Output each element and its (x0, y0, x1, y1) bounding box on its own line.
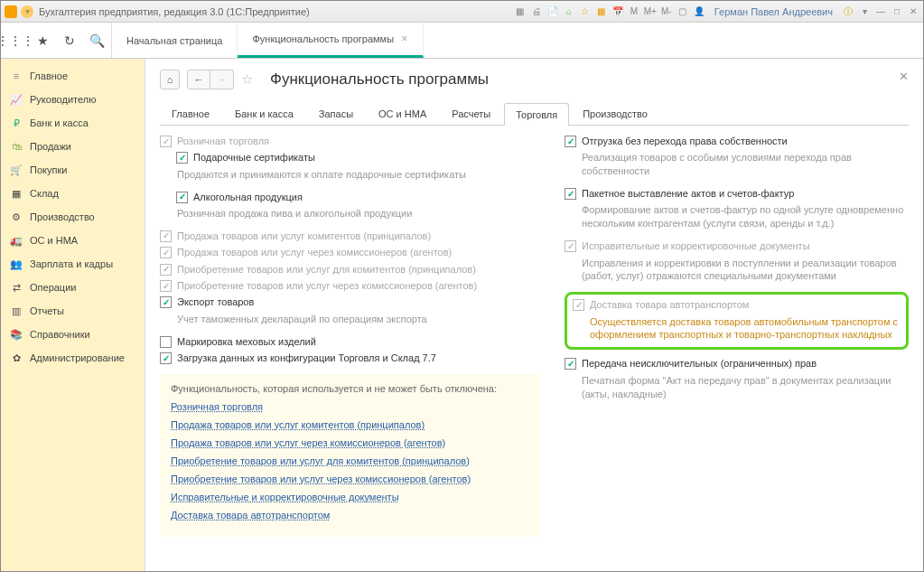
description-text: Учет таможенных деклараций по операциям … (177, 313, 539, 326)
sidebar-icon: 🛒 (10, 164, 23, 176)
checkbox[interactable] (160, 352, 172, 364)
tb-icon[interactable]: ⌂ (563, 5, 575, 18)
sidebar-icon: ≡ (10, 70, 23, 82)
info-icon[interactable]: ⓘ (842, 5, 854, 18)
back-button[interactable]: ← (187, 70, 210, 89)
tb-icon[interactable]: ▦ (514, 5, 527, 18)
content-tab[interactable]: ОС и НМА (367, 102, 438, 125)
checkbox-row[interactable]: Передача неисключительных (ограниченных)… (565, 357, 909, 370)
locked-link[interactable]: Приобретение товаров или услуг через ком… (171, 474, 528, 484)
dropdown-icon[interactable]: ▾ (21, 5, 33, 18)
sidebar-label: Производство (30, 211, 95, 222)
close-page-icon[interactable]: ✕ (899, 70, 909, 83)
tb-icon[interactable]: ▦ (595, 5, 608, 18)
home-button[interactable]: ⌂ (160, 70, 180, 89)
tb-icon[interactable]: ☆ (579, 5, 592, 18)
favorite-star-icon[interactable]: ☆ (241, 71, 257, 88)
content-tab[interactable]: Расчеты (440, 102, 502, 125)
sidebar-item[interactable]: ≡Главное (1, 64, 145, 88)
checkbox-row: Продажа товаров или услуг через комиссио… (160, 246, 539, 259)
tb-icon[interactable]: M- (660, 5, 673, 18)
checkbox[interactable] (565, 136, 576, 147)
checkbox (160, 280, 172, 292)
sidebar-icon: 📈 (10, 93, 23, 106)
content-tab[interactable]: Запасы (307, 102, 365, 125)
sidebar-item[interactable]: ▦Склад (1, 182, 145, 205)
checkbox-row[interactable]: Маркировка меховых изделий (160, 335, 539, 349)
content-tab[interactable]: Производство (571, 102, 659, 125)
locked-link[interactable]: Приобретение товаров или услуг для комит… (171, 455, 528, 466)
maximize-icon[interactable]: □ (891, 5, 903, 18)
tb-icon[interactable]: M+ (644, 5, 657, 18)
highlight-box: Доставка товара автотранспортомОсуществл… (565, 292, 909, 350)
content-tab[interactable]: Банк и касса (223, 102, 305, 125)
tb-icon[interactable]: 📄 (546, 5, 559, 18)
checkbox-label: Приобретение товаров или услуг через ком… (177, 279, 477, 293)
navigation-toolbar: ⋮⋮⋮ ★ ↻ 🔍 Начальная страница Функциональ… (1, 23, 923, 59)
checkbox-label: Передача неисключительных (ограниченных)… (582, 357, 817, 370)
locked-link[interactable]: Исправительные и корректировочные докуме… (171, 492, 528, 502)
checkbox-row[interactable]: Подарочные сертификаты (176, 151, 539, 164)
sidebar-item[interactable]: ⚙Производство (1, 205, 145, 229)
tb-icon[interactable]: 📅 (611, 5, 624, 18)
checkbox-row[interactable]: Загрузка данных из конфигурации Торговля… (160, 352, 539, 365)
sidebar-item[interactable]: 📈Руководителю (1, 88, 145, 111)
user-name[interactable]: Герман Павел Андреевич (714, 6, 833, 17)
star-icon[interactable]: ★ (35, 33, 50, 48)
sidebar-label: Банк и касса (30, 117, 89, 128)
checkbox-label: Исправительные и корректировочные докуме… (582, 239, 810, 253)
checkbox-row: Приобретение товаров или услуг через ком… (160, 279, 539, 293)
checkbox[interactable] (176, 152, 188, 164)
tb-icon[interactable]: ▢ (677, 5, 689, 18)
checkbox (160, 264, 172, 276)
sidebar-item[interactable]: 🛍Продажи (1, 135, 145, 158)
checkbox[interactable] (160, 336, 172, 348)
sidebar-item[interactable]: ▥Отчеты (1, 299, 145, 323)
locked-link[interactable]: Розничная торговля (171, 401, 528, 412)
locked-link[interactable]: Доставка товара автотранспортом (171, 510, 528, 520)
checkbox-row[interactable]: Алкогольная продукция (176, 191, 539, 204)
checkbox (160, 247, 172, 258)
tb-icon[interactable]: 🖨 (530, 5, 543, 18)
close-icon[interactable]: ✕ (907, 5, 919, 18)
sidebar-label: Главное (30, 70, 68, 81)
locked-link[interactable]: Продажа товаров или услуг комитентов (пр… (171, 419, 528, 430)
content-tab[interactable]: Главное (160, 102, 221, 125)
sidebar-item[interactable]: ₽Банк и касса (1, 111, 145, 135)
tab-close-icon[interactable]: ✕ (401, 34, 408, 43)
tab-functionality[interactable]: Функциональность программы ✕ (238, 23, 424, 58)
sidebar-icon: ▥ (10, 305, 23, 317)
checkbox[interactable] (176, 192, 188, 203)
history-icon[interactable]: ↻ (62, 33, 77, 48)
checkbox-row[interactable]: Пакетное выставление актов и счетов-факт… (565, 187, 909, 201)
checkbox-label: Экспорт товаров (177, 295, 254, 309)
dropdown-icon[interactable]: ▾ (858, 5, 871, 18)
content-area: ✕ ⌂ ← → ☆ Функциональность программы Гла… (145, 59, 923, 571)
search-icon[interactable]: 🔍 (89, 33, 104, 48)
content-tabs: ГлавноеБанк и кассаЗапасыОС и НМАРасчеты… (160, 102, 909, 126)
checkbox-label: Приобретение товаров или услуг для комит… (177, 263, 476, 277)
user-icon[interactable]: 👤 (693, 5, 705, 18)
sidebar-item[interactable]: ✿Администрирование (1, 346, 145, 370)
tb-icon[interactable]: M (628, 5, 640, 18)
sidebar-item[interactable]: 🚛ОС и НМА (1, 229, 145, 252)
checkbox[interactable] (565, 188, 576, 200)
minimize-icon[interactable]: — (874, 5, 887, 18)
locked-functionality-box: Функциональность, которая используется и… (160, 374, 539, 537)
checkbox-row[interactable]: Экспорт товаров (160, 295, 539, 309)
sidebar-item[interactable]: 🛒Покупки (1, 158, 145, 182)
sidebar-item[interactable]: 👥Зарплата и кадры (1, 252, 145, 276)
sidebar-item[interactable]: ⇄Операции (1, 276, 145, 299)
checkbox[interactable] (160, 296, 172, 308)
sidebar-label: Зарплата и кадры (30, 258, 113, 269)
sidebar-icon: 🛍 (10, 140, 23, 153)
locked-link[interactable]: Продажа товаров или услуг через комиссио… (171, 437, 528, 448)
checkbox[interactable] (565, 358, 576, 370)
sidebar-item[interactable]: 📚Справочники (1, 323, 145, 346)
description-text: Исправления и корректировки в поступлени… (582, 257, 909, 284)
sidebar-icon: ✿ (10, 352, 23, 364)
tab-start-page[interactable]: Начальная страница (112, 23, 238, 58)
checkbox-row[interactable]: Отгрузка без перехода права собственност… (565, 135, 909, 148)
apps-icon[interactable]: ⋮⋮⋮ (8, 33, 23, 48)
content-tab[interactable]: Торговля (504, 103, 569, 126)
